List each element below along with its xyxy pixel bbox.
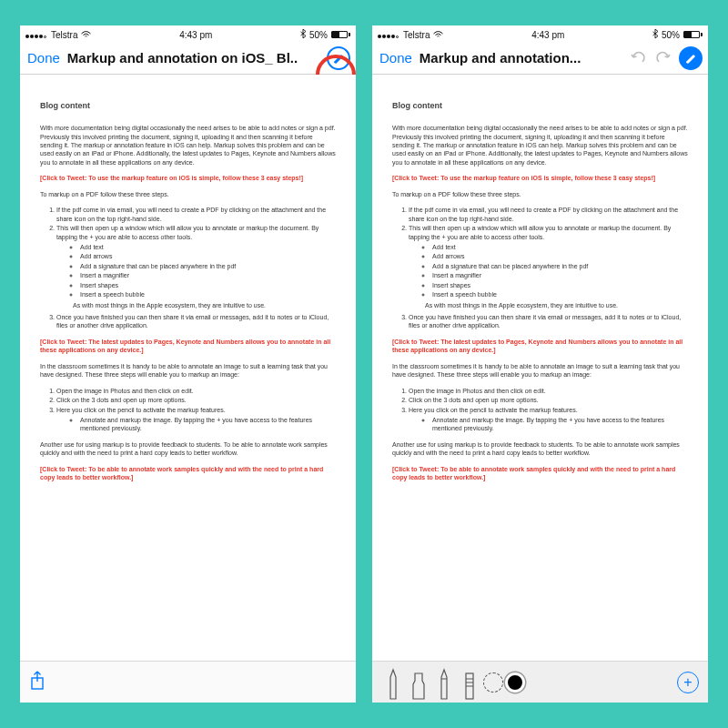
- tweet-callout: [Click to Tweet: To use the markup featu…: [392, 174, 688, 182]
- list-item: If the pdf come in via email, you will n…: [409, 206, 688, 223]
- list-item: Add text: [432, 243, 688, 251]
- battery-pct-label: 50%: [309, 30, 328, 40]
- list-item: Once you have finished you can then shar…: [56, 313, 336, 330]
- battery-pct-label: 50%: [662, 30, 680, 40]
- list-item: Add text: [80, 243, 336, 251]
- clock-label: 4:43 pm: [531, 30, 564, 40]
- doc-paragraph: With more documentation being digital oc…: [40, 124, 336, 167]
- bluetooth-icon: [300, 29, 306, 40]
- bluetooth-icon: [652, 29, 658, 40]
- list-item: Add a signature that can be placed anywh…: [432, 262, 688, 270]
- phone-left: Telstra 4:43 pm 50% Done Markup and anno…: [20, 25, 356, 703]
- sub-list: Annotate and markup the image. By tappin…: [80, 416, 336, 433]
- share-button[interactable]: [29, 671, 46, 694]
- doc-heading: Blog content: [392, 100, 688, 111]
- tweet-callout: [Click to Tweet: To use the markup featu…: [40, 174, 336, 182]
- status-bar: Telstra 4:43 pm 50%: [20, 25, 356, 42]
- carrier-label: Telstra: [403, 30, 430, 40]
- done-button[interactable]: Done: [378, 50, 414, 66]
- redo-button[interactable]: [653, 48, 673, 68]
- wifi-icon: [81, 30, 91, 40]
- nav-bar: Done Markup and annotation...: [372, 42, 708, 75]
- sub-list: Annotate and markup the image. By tappin…: [432, 416, 688, 433]
- wifi-icon: [433, 30, 443, 40]
- doc-paragraph: With more documentation being digital oc…: [392, 124, 688, 167]
- ordered-list: Open the image in Photos and then click …: [56, 387, 336, 433]
- list-item: Annotate and markup the image. By tappin…: [432, 416, 688, 433]
- list-item: Insert shapes: [432, 281, 688, 289]
- list-item: Insert a speech bubble: [80, 290, 336, 298]
- highlighter-tool[interactable]: [407, 666, 430, 699]
- document-content: Blog content With more documentation bei…: [20, 75, 356, 499]
- list-item-text: This will then open up a window which wi…: [409, 225, 671, 239]
- signal-dots-icon: [25, 30, 47, 40]
- list-item: Insert a speech bubble: [432, 290, 688, 298]
- list-item: Insert shapes: [80, 281, 336, 289]
- pen-tool[interactable]: [381, 666, 405, 699]
- bottom-toolbar: [20, 661, 356, 703]
- doc-paragraph: To markup on a PDF follow these three st…: [40, 190, 336, 198]
- list-item: Once you have finished you can then shar…: [409, 313, 688, 330]
- doc-paragraph: To markup on a PDF follow these three st…: [392, 190, 688, 198]
- sub-list: Add text Add arrows Add a signature that…: [432, 243, 688, 299]
- tweet-callout: [Click to Tweet: To be able to annotate …: [40, 465, 336, 482]
- list-item: This will then open up a window which wi…: [56, 224, 336, 309]
- list-item: Add a signature that can be placed anywh…: [80, 262, 336, 270]
- markup-toolbar: +: [372, 661, 708, 703]
- tweet-callout: [Click to Tweet: The latest updates to P…: [392, 338, 688, 355]
- carrier-label: Telstra: [51, 30, 77, 40]
- status-bar: Telstra 4:43 pm 50%: [372, 25, 708, 42]
- clock-label: 4:43 pm: [179, 30, 212, 40]
- list-item: If the pdf come in via email, you will n…: [56, 206, 336, 223]
- battery-icon: [331, 31, 350, 38]
- phone-right: Telstra 4:43 pm 50% Done Markup and anno…: [372, 25, 708, 703]
- list-item: Add arrows: [80, 252, 336, 260]
- eraser-tool[interactable]: [458, 666, 481, 699]
- doc-paragraph: In the classroom sometimes it is handy t…: [392, 362, 688, 379]
- list-item-text: Here you click on the pencil to activate…: [409, 407, 578, 413]
- list-item: Add arrows: [432, 252, 688, 260]
- list-item-text: This will then open up a window which wi…: [56, 225, 318, 239]
- list-item: Here you click on the pencil to activate…: [56, 406, 336, 433]
- document-viewport[interactable]: Blog content With more documentation bei…: [372, 75, 708, 661]
- markup-toggle-button[interactable]: [679, 46, 703, 70]
- ordered-list: If the pdf come in via email, you will n…: [56, 206, 336, 330]
- list-item: Insert a magnifier: [432, 271, 688, 279]
- markup-toggle-button[interactable]: [327, 46, 350, 70]
- list-item: Open the image in Photos and then click …: [409, 387, 688, 395]
- doc-heading: Blog content: [40, 100, 336, 111]
- doc-paragraph: Another use for using markup is to provi…: [40, 440, 336, 458]
- list-item: Here you click on the pencil to activate…: [409, 406, 688, 433]
- done-button[interactable]: Done: [25, 50, 62, 66]
- doc-paragraph: Another use for using markup is to provi…: [392, 440, 688, 458]
- lasso-tool[interactable]: [483, 672, 503, 693]
- sub-paragraph: As with most things in the Apple ecosyst…: [425, 301, 688, 309]
- document-title: Markup and annotation on iOS_ Bl..: [67, 50, 321, 66]
- list-item: Click on the 3 dots and open up more opt…: [409, 396, 688, 404]
- document-title: Markup and annotation...: [420, 50, 622, 66]
- list-item: Annotate and markup the image. By tappin…: [80, 416, 336, 433]
- color-picker-button[interactable]: [505, 672, 525, 693]
- battery-icon: [683, 31, 703, 38]
- document-viewport[interactable]: Blog content With more documentation bei…: [20, 75, 356, 661]
- sub-list: Add text Add arrows Add a signature that…: [80, 243, 336, 299]
- signal-dots-icon: [378, 30, 399, 40]
- add-tool-button[interactable]: +: [677, 672, 699, 693]
- list-item: This will then open up a window which wi…: [409, 224, 688, 309]
- tweet-callout: [Click to Tweet: The latest updates to P…: [40, 338, 336, 355]
- pencil-tool[interactable]: [432, 666, 456, 699]
- nav-bar: Done Markup and annotation on iOS_ Bl..: [20, 42, 356, 75]
- doc-paragraph: In the classroom sometimes it is handy t…: [40, 362, 336, 379]
- undo-button[interactable]: [628, 48, 648, 68]
- document-content: Blog content With more documentation bei…: [372, 75, 708, 499]
- list-item: Open the image in Photos and then click …: [56, 387, 336, 395]
- list-item-text: Here you click on the pencil to activate…: [56, 407, 226, 413]
- list-item: Click on the 3 dots and open up more opt…: [56, 396, 336, 404]
- tweet-callout: [Click to Tweet: To be able to annotate …: [392, 465, 688, 482]
- ordered-list: If the pdf come in via email, you will n…: [409, 206, 688, 330]
- sub-paragraph: As with most things in the Apple ecosyst…: [73, 301, 336, 309]
- ordered-list: Open the image in Photos and then click …: [409, 387, 688, 433]
- list-item: Insert a magnifier: [80, 271, 336, 279]
